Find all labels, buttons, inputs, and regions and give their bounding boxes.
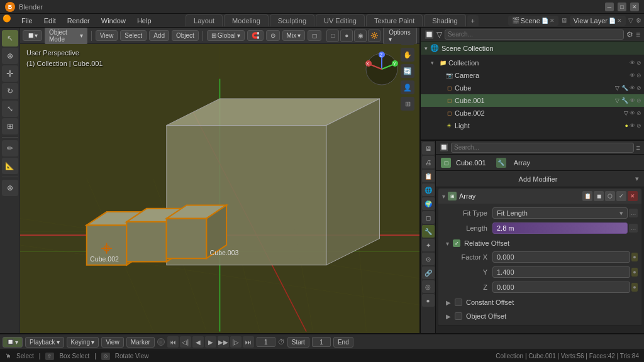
tool-scale[interactable]: ⤡ xyxy=(2,101,18,117)
prev-keyframe-btn[interactable]: ◁| xyxy=(180,336,191,348)
light-restrict-icon[interactable]: ⊘ xyxy=(636,123,641,129)
outliner-cube001[interactable]: ▶ ◻ Cube.001 ▽ 🔧 👁 ⊘ xyxy=(421,94,644,107)
viewport-editor-type[interactable]: 🔲▾ xyxy=(23,30,42,41)
menu-file[interactable]: File xyxy=(16,16,38,26)
jump-end-btn[interactable]: ⏭ xyxy=(243,336,254,348)
add-modifier-button[interactable]: Add Modifier ▾ xyxy=(436,171,644,187)
axis-widget[interactable]: Z Y X xyxy=(363,50,401,88)
workspace-tab-shading[interactable]: Shading xyxy=(424,14,465,26)
length-field[interactable]: 2.8 m xyxy=(492,222,628,234)
cube-restrict-icon[interactable]: ⊘ xyxy=(636,85,641,91)
factor-y-dot[interactable]: ● xyxy=(631,268,638,277)
tool-annotate[interactable]: ✏ xyxy=(2,140,18,156)
current-frame-input[interactable] xyxy=(257,337,275,347)
viewport-options[interactable]: Options ▾ xyxy=(383,28,417,45)
collection-vis-icon[interactable]: 👁 xyxy=(630,60,635,66)
mod-ctrl-3[interactable]: ⬡ xyxy=(605,191,615,201)
transform-space[interactable]: ⊞ Global ▾ xyxy=(207,30,245,41)
viewlayer-close-icon[interactable]: ✕ xyxy=(617,18,622,24)
play-btn[interactable]: ▶ xyxy=(205,336,216,348)
workspace-tab-layout[interactable]: Layout xyxy=(186,14,223,26)
filter-icon[interactable]: ▽ xyxy=(628,17,633,24)
prop-world-icon[interactable]: 🌍 xyxy=(422,197,435,210)
tool-move[interactable]: ✛ xyxy=(2,65,18,82)
factor-y-field[interactable]: 1.400 xyxy=(492,266,630,278)
object-menu[interactable]: Object xyxy=(172,30,199,41)
const-offset-checkbox[interactable] xyxy=(455,299,462,306)
close-button[interactable]: ✕ xyxy=(630,3,639,11)
tool-select[interactable]: ↖ xyxy=(2,30,18,47)
outliner-cube[interactable]: ▶ ◻ Cube ▽ 🔧 👁 ⊘ xyxy=(421,82,644,94)
prop-viewlayer-icon[interactable]: 📋 xyxy=(422,170,435,182)
start-frame-input[interactable] xyxy=(312,337,331,347)
cube-vis-icon[interactable]: 👁 xyxy=(630,85,635,91)
mod-ctrl-1[interactable]: 📋 xyxy=(582,191,592,201)
menu-window[interactable]: Window xyxy=(96,16,131,26)
workspace-tab-uvediting[interactable]: UV Editing xyxy=(316,14,365,26)
light-vis-icon[interactable]: 👁 xyxy=(630,123,635,129)
outliner-cube002[interactable]: ▶ ◻ Cube.002 ▽ 👁 ⊘ xyxy=(421,107,644,119)
viewlayer-new-icon[interactable]: 📄 xyxy=(609,18,616,24)
bottom-view-btn[interactable]: View xyxy=(101,337,124,348)
menu-help[interactable]: Help xyxy=(132,16,157,26)
proportional-edit[interactable]: ⊙ xyxy=(266,30,280,41)
properties-search-input[interactable] xyxy=(451,143,634,153)
factor-z-field[interactable]: 0.000 xyxy=(492,282,630,293)
record-btn[interactable] xyxy=(157,338,165,346)
tool-transform[interactable]: ⊞ xyxy=(2,118,18,134)
outliner-editor-icon[interactable]: 🔲 xyxy=(425,30,434,39)
constant-offset-toggle[interactable]: ▶ Constant Offset xyxy=(442,295,638,309)
modifier-tab-icon[interactable]: 🔧 xyxy=(496,158,506,168)
pan-icon[interactable]: ✋ xyxy=(401,48,414,62)
shading-material[interactable]: ◉ xyxy=(354,30,367,42)
cube001-vis-icon[interactable]: 👁 xyxy=(630,97,635,104)
select-menu[interactable]: Select xyxy=(120,30,147,41)
render-icon[interactable]: 🖥 xyxy=(561,17,567,24)
object-offset-toggle[interactable]: ▶ Object Offset xyxy=(442,309,638,323)
workspace-tab-sculpting[interactable]: Sculpting xyxy=(270,14,314,26)
prop-output-icon[interactable]: 🖨 xyxy=(422,156,435,168)
properties-options-icon[interactable]: ≡ xyxy=(636,144,640,151)
mod-ctrl-2[interactable]: ◼ xyxy=(594,191,604,201)
tool-rotate[interactable]: ↻ xyxy=(2,83,18,99)
play-forward-btn[interactable]: ▶▶ xyxy=(218,336,229,348)
camera-restrict-icon[interactable]: ⊘ xyxy=(636,72,641,79)
tool-cursor[interactable]: ⊕ xyxy=(2,48,18,64)
viewport-shading-wire[interactable]: ◻ xyxy=(308,30,321,41)
pivot-menu[interactable]: Mix ▾ xyxy=(282,30,306,41)
prop-scene-icon[interactable]: 🌐 xyxy=(422,184,435,196)
prop-object-icon[interactable]: ◻ xyxy=(422,211,435,224)
scene-new-icon[interactable]: 📄 xyxy=(541,18,548,24)
marker-btn[interactable]: Marker xyxy=(126,337,155,348)
playback-btn[interactable]: Playback ▾ xyxy=(25,337,64,348)
length-extra[interactable]: … xyxy=(629,224,638,233)
object-mode-selector[interactable]: Object Mode ▾ xyxy=(45,28,87,45)
prop-render-icon[interactable]: 🖥 xyxy=(422,142,435,155)
workspace-tab-more[interactable]: + xyxy=(467,15,479,26)
play-backward-btn[interactable]: ◀ xyxy=(192,336,204,348)
relative-offset-toggle[interactable]: ▾ ✓ Relative Offset xyxy=(442,236,638,250)
camera-vis-icon[interactable]: 👁 xyxy=(630,72,635,79)
outliner-light[interactable]: ▶ ☀ Light ● 👁 ⊘ xyxy=(421,119,644,132)
maximize-button[interactable]: □ xyxy=(618,3,626,11)
outliner-menu-icon[interactable]: ≡ xyxy=(636,30,640,39)
factor-z-dot[interactable]: ● xyxy=(631,283,638,292)
tool-add[interactable]: ⊕ xyxy=(2,180,18,196)
prop-data-icon[interactable]: ◎ xyxy=(422,280,435,293)
outliner-options-icon[interactable]: ⚙ xyxy=(626,30,633,39)
end-frame-btn[interactable]: End xyxy=(333,337,353,348)
bottom-mode-btn[interactable]: 🔲 ▾ xyxy=(3,337,23,348)
menu-edit[interactable]: Edit xyxy=(39,16,61,26)
scene-close-icon[interactable]: ✕ xyxy=(550,18,555,24)
tool-measure[interactable]: 📐 xyxy=(2,158,18,174)
prop-material-icon[interactable]: ● xyxy=(422,294,435,307)
factor-x-dot[interactable]: ● xyxy=(631,253,638,261)
obj-offset-checkbox[interactable] xyxy=(455,312,462,320)
prop-constraints-icon[interactable]: 🔗 xyxy=(422,266,435,279)
outliner-filter-icon[interactable]: ▽ xyxy=(436,30,442,39)
mod-ctrl-delete[interactable]: ✕ xyxy=(628,191,638,201)
jump-start-btn[interactable]: ⏮ xyxy=(167,336,179,348)
outliner-collection[interactable]: ▾ 📁 Collection 👁 ⊘ xyxy=(421,57,644,69)
keying-btn[interactable]: Keying ▾ xyxy=(67,337,99,348)
viewport-content[interactable]: User Perspective (1) Collection | Cube.0… xyxy=(20,44,419,333)
